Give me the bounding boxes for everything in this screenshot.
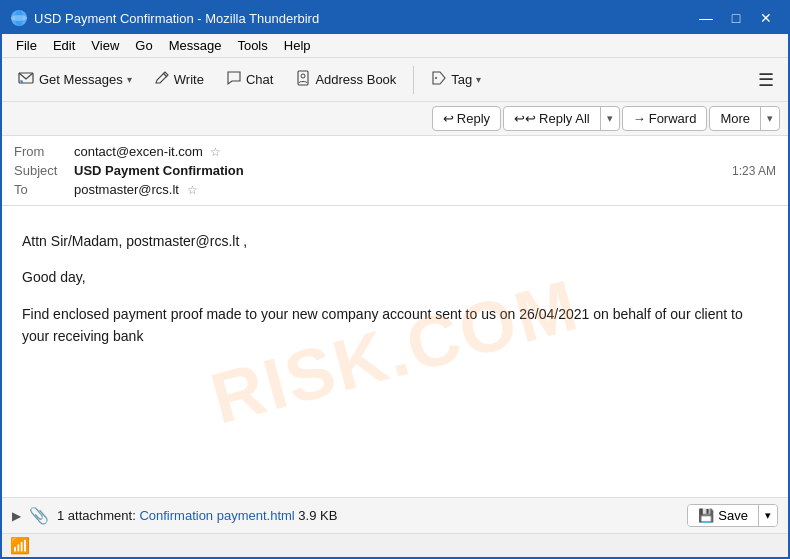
address-book-button[interactable]: Address Book bbox=[286, 65, 405, 94]
attachment-expand-icon[interactable]: ▶ bbox=[12, 509, 21, 523]
from-row: From contact@excen-it.com ☆ bbox=[14, 142, 776, 161]
write-icon bbox=[154, 70, 170, 89]
menu-file[interactable]: File bbox=[8, 36, 45, 55]
forward-button[interactable]: → Forward bbox=[622, 106, 708, 131]
reply-icon: ↩ bbox=[443, 111, 454, 126]
from-label: From bbox=[14, 144, 74, 159]
subject-label: Subject bbox=[14, 163, 74, 178]
body-line-3: Find enclosed payment proof made to your… bbox=[22, 303, 768, 348]
menu-edit[interactable]: Edit bbox=[45, 36, 83, 55]
save-label: Save bbox=[718, 508, 748, 523]
to-email: postmaster@rcs.lt bbox=[74, 182, 179, 197]
get-messages-button[interactable]: Get Messages ▾ bbox=[8, 64, 141, 95]
get-messages-icon bbox=[17, 69, 35, 90]
more-button-split[interactable]: More ▾ bbox=[709, 106, 780, 131]
reply-all-label: Reply All bbox=[539, 111, 590, 126]
wifi-icon: 📶 bbox=[10, 536, 30, 555]
attachment-count: 1 attachment: bbox=[57, 508, 136, 523]
main-window: USD Payment Confirmation - Mozilla Thund… bbox=[0, 0, 790, 559]
body-line-1: Attn Sir/Madam, postmaster@rcs.lt , bbox=[22, 230, 768, 252]
email-time: 1:23 AM bbox=[732, 164, 776, 178]
chat-label: Chat bbox=[246, 72, 273, 87]
tag-icon bbox=[431, 70, 447, 89]
menu-go[interactable]: Go bbox=[127, 36, 160, 55]
reply-all-button[interactable]: ↩↩ Reply All bbox=[504, 107, 601, 130]
app-icon bbox=[10, 9, 28, 27]
menu-help[interactable]: Help bbox=[276, 36, 319, 55]
chat-button[interactable]: Chat bbox=[217, 65, 282, 94]
reply-all-dropdown[interactable]: ▾ bbox=[601, 107, 619, 130]
svg-point-2 bbox=[11, 15, 27, 21]
menu-tools[interactable]: Tools bbox=[229, 36, 275, 55]
save-dropdown[interactable]: ▾ bbox=[759, 505, 777, 526]
to-label: To bbox=[14, 182, 74, 197]
attachment-paperclip-icon: 📎 bbox=[29, 506, 49, 525]
menu-view[interactable]: View bbox=[83, 36, 127, 55]
hamburger-menu-icon[interactable]: ☰ bbox=[750, 65, 782, 95]
email-header: From contact@excen-it.com ☆ Subject USD … bbox=[2, 136, 788, 206]
minimize-button[interactable]: — bbox=[692, 7, 720, 29]
write-label: Write bbox=[174, 72, 204, 87]
to-value: postmaster@rcs.lt ☆ bbox=[74, 182, 776, 197]
svg-point-6 bbox=[301, 74, 305, 78]
save-button-split[interactable]: 💾 Save ▾ bbox=[687, 504, 778, 527]
reply-label: Reply bbox=[457, 111, 490, 126]
statusbar: 📶 bbox=[2, 533, 788, 557]
more-button[interactable]: More bbox=[710, 107, 761, 130]
address-book-label: Address Book bbox=[315, 72, 396, 87]
window-title: USD Payment Confirmation - Mozilla Thund… bbox=[34, 11, 692, 26]
write-button[interactable]: Write bbox=[145, 65, 213, 94]
more-label: More bbox=[720, 111, 750, 126]
toolbar: Get Messages ▾ Write Chat bbox=[2, 58, 788, 102]
address-book-icon bbox=[295, 70, 311, 89]
tag-label: Tag bbox=[451, 72, 472, 87]
titlebar: USD Payment Confirmation - Mozilla Thund… bbox=[2, 2, 788, 34]
menu-message[interactable]: Message bbox=[161, 36, 230, 55]
from-email: contact@excen-it.com bbox=[74, 144, 203, 159]
toolbar-separator bbox=[413, 66, 414, 94]
forward-icon: → bbox=[633, 111, 646, 126]
reply-all-icon: ↩↩ bbox=[514, 111, 536, 126]
get-messages-label: Get Messages bbox=[39, 72, 123, 87]
save-button[interactable]: 💾 Save bbox=[688, 505, 759, 526]
email-body: RISK.COM Attn Sir/Madam, postmaster@rcs.… bbox=[2, 206, 788, 497]
subject-value: USD Payment Confirmation bbox=[74, 163, 732, 178]
svg-point-7 bbox=[435, 77, 437, 79]
window-controls: — □ ✕ bbox=[692, 7, 780, 29]
more-dropdown[interactable]: ▾ bbox=[761, 107, 779, 130]
menubar: File Edit View Go Message Tools Help bbox=[2, 34, 788, 58]
close-button[interactable]: ✕ bbox=[752, 7, 780, 29]
chat-icon bbox=[226, 70, 242, 89]
forward-label: Forward bbox=[649, 111, 697, 126]
get-messages-dropdown-arrow[interactable]: ▾ bbox=[127, 74, 132, 85]
tag-dropdown-arrow[interactable]: ▾ bbox=[476, 74, 481, 85]
save-icon: 💾 bbox=[698, 508, 714, 523]
to-row: To postmaster@rcs.lt ☆ bbox=[14, 180, 776, 199]
tag-button[interactable]: Tag ▾ bbox=[422, 65, 490, 94]
from-star-icon[interactable]: ☆ bbox=[210, 145, 221, 159]
reply-button[interactable]: ↩ Reply bbox=[432, 106, 501, 131]
attachment-info: 1 attachment: Confirmation payment.html … bbox=[57, 508, 679, 523]
subject-row: Subject USD Payment Confirmation 1:23 AM bbox=[14, 161, 776, 180]
maximize-button[interactable]: □ bbox=[722, 7, 750, 29]
action-bar: ↩ Reply ↩↩ Reply All ▾ → Forward More ▾ bbox=[2, 102, 788, 136]
attachment-size: 3.9 KB bbox=[298, 508, 337, 523]
from-value: contact@excen-it.com ☆ bbox=[74, 144, 776, 159]
reply-all-button-split[interactable]: ↩↩ Reply All ▾ bbox=[503, 106, 620, 131]
attachment-filename[interactable]: Confirmation payment.html bbox=[139, 508, 298, 523]
subject-text: USD Payment Confirmation bbox=[74, 163, 244, 178]
body-line-2: Good day, bbox=[22, 266, 768, 288]
attachment-bar: ▶ 📎 1 attachment: Confirmation payment.h… bbox=[2, 497, 788, 533]
to-star-icon[interactable]: ☆ bbox=[187, 183, 198, 197]
